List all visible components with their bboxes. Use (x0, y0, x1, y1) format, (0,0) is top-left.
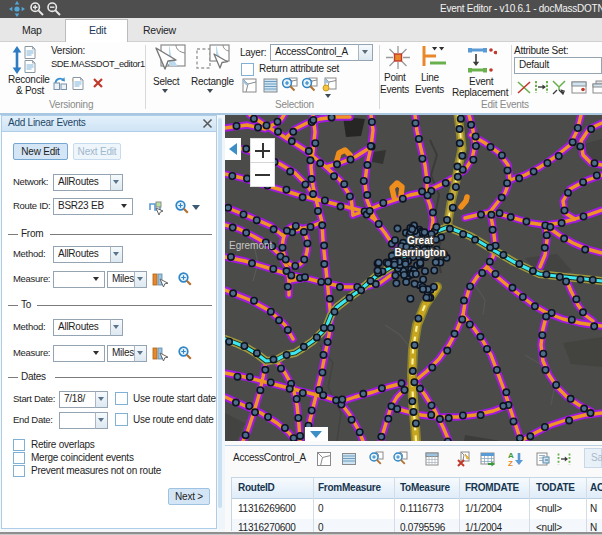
svg-text:Egremont: Egremont (229, 240, 273, 251)
svg-text:Great: Great (407, 235, 434, 246)
svg-text:Z: Z (508, 459, 513, 467)
svg-text:Barrington: Barrington (394, 247, 445, 258)
